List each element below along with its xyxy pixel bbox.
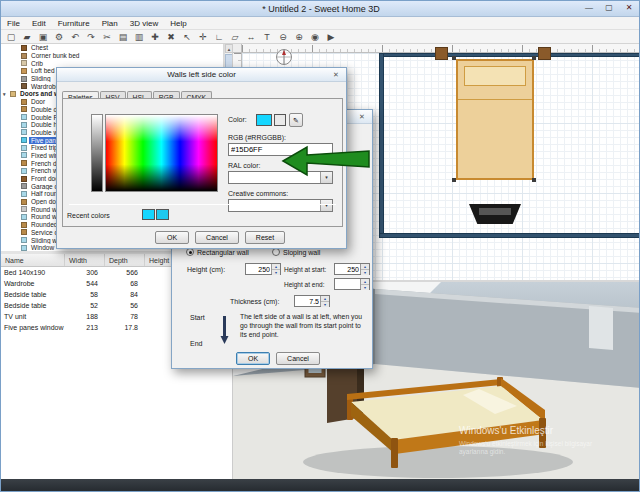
ok-button[interactable]: OK: [155, 231, 189, 244]
creative-commons-dropdown[interactable]: ▾: [228, 199, 333, 212]
height-at-start-label: Height at start:: [284, 266, 326, 273]
menu-item[interactable]: Furniture: [52, 17, 96, 30]
select-tool-button[interactable]: ↖: [179, 30, 195, 43]
catalog-item-label: Corner bunk bed: [29, 52, 81, 59]
cell-width: 188: [65, 311, 105, 322]
thickness-spinner[interactable]: ▴▾: [294, 295, 330, 307]
height-at-end-input[interactable]: [335, 279, 360, 289]
recent-color-swatch[interactable]: [142, 209, 155, 220]
rectangular-wall-radio[interactable]: Rectangular wall: [186, 248, 249, 256]
secondary-color-swatch[interactable]: [274, 114, 286, 126]
tv-unit-plan-item[interactable]: [469, 204, 521, 224]
catalog-item[interactable]: ▾ Corner bunk bed: [1, 52, 223, 60]
toolbar-icon: ⊖: [279, 32, 287, 42]
add-text-button[interactable]: T: [259, 30, 275, 43]
catalog-item-icon: [21, 183, 27, 189]
compass-icon[interactable]: [275, 48, 293, 66]
cut-button[interactable]: ✂: [99, 30, 115, 43]
menu-item[interactable]: Help: [164, 17, 192, 30]
menu-item[interactable]: File: [1, 17, 26, 30]
add-furniture-button[interactable]: ✚: [147, 30, 163, 43]
catalog-item-icon: [21, 145, 27, 151]
catalog-item-icon: [21, 68, 27, 74]
toolbar-icon: ↶: [71, 32, 79, 42]
pan-tool-button[interactable]: ✛: [195, 30, 211, 43]
catalog-item-icon: [21, 168, 27, 174]
column-header[interactable]: Depth: [105, 254, 145, 266]
catalog-item[interactable]: ▾ Chest: [1, 44, 223, 52]
close-button[interactable]: ✕: [619, 1, 639, 16]
ok-button[interactable]: OK: [236, 352, 270, 365]
selection-handle[interactable]: [452, 178, 456, 182]
wall-left[interactable]: [379, 53, 384, 238]
wall-bottom[interactable]: [379, 233, 640, 238]
redo-button[interactable]: ↷: [83, 30, 99, 43]
column-header[interactable]: Name: [1, 254, 65, 266]
height-at-end-spinner[interactable]: ▴▾: [334, 278, 370, 290]
toolbar-icon: T: [264, 32, 270, 42]
undo-button[interactable]: ↶: [67, 30, 83, 43]
open-button[interactable]: ▰: [19, 30, 35, 43]
photo-button[interactable]: ◉: [307, 30, 323, 43]
floor-shadow: [303, 446, 573, 478]
spin-down-icon[interactable]: ▾: [272, 270, 280, 275]
window-plan-item[interactable]: [538, 47, 551, 60]
catalog-item-label: Chest: [29, 44, 50, 51]
close-icon[interactable]: ✕: [328, 69, 344, 80]
catalog-item-icon: [21, 199, 27, 205]
wall-top[interactable]: [379, 53, 640, 57]
spin-down-icon[interactable]: ▾: [321, 302, 329, 307]
cancel-button[interactable]: Cancel: [195, 231, 239, 244]
delete-button[interactable]: ✖: [163, 30, 179, 43]
spin-down-icon[interactable]: ▾: [361, 285, 369, 290]
zoom-in-button[interactable]: ⊕: [291, 30, 307, 43]
catalog-item[interactable]: ▾ Crib: [1, 59, 223, 67]
close-icon[interactable]: ✕: [354, 111, 370, 122]
color-dialog-titlebar[interactable]: Walls left side color ✕: [57, 68, 346, 82]
sloping-wall-radio[interactable]: Sloping wall: [272, 248, 320, 256]
recent-color-swatch[interactable]: [156, 209, 169, 220]
paste-button[interactable]: ▥: [131, 30, 147, 43]
new-home-button[interactable]: ▢: [3, 30, 19, 43]
save-button[interactable]: ▣: [35, 30, 51, 43]
toolbar-icon: ✚: [151, 32, 159, 42]
column-header[interactable]: Width: [65, 254, 105, 266]
bed-plan-item[interactable]: [456, 59, 534, 180]
thickness-input[interactable]: [295, 296, 320, 306]
zoom-out-button[interactable]: ⊖: [275, 30, 291, 43]
eyedropper-button[interactable]: ✎: [289, 113, 303, 127]
selection-handle[interactable]: [532, 56, 536, 60]
creative-commons-label: Creative commons:: [228, 190, 288, 197]
reset-button[interactable]: Reset: [245, 231, 285, 244]
menu-item[interactable]: Plan: [96, 17, 124, 30]
create-dimensions-button[interactable]: ↔: [243, 30, 259, 43]
window-plan-item[interactable]: [435, 47, 448, 60]
rainbow-picker[interactable]: [105, 114, 218, 192]
dropdown-arrow-icon[interactable]: ▾: [320, 200, 332, 211]
cancel-button[interactable]: Cancel: [276, 352, 320, 365]
create-rooms-button[interactable]: ▱: [227, 30, 243, 43]
current-color-swatch[interactable]: [256, 114, 272, 126]
door-3d[interactable]: [589, 306, 613, 350]
toolbar-icon: ∟: [215, 32, 224, 42]
menu-item[interactable]: Edit: [26, 17, 52, 30]
selection-handle[interactable]: [532, 178, 536, 182]
height-at-start-spinner[interactable]: ▴▾: [334, 263, 370, 275]
cell-depth: 17.8: [105, 322, 145, 333]
minimize-button[interactable]: —: [579, 1, 599, 16]
video-button[interactable]: ▶: [323, 30, 339, 43]
expand-handle-icon: ▾: [3, 91, 9, 97]
selection-handle[interactable]: [452, 56, 456, 60]
create-walls-button[interactable]: ∟: [211, 30, 227, 43]
preferences-button[interactable]: ⚙: [51, 30, 67, 43]
height-spinner[interactable]: ▴▾: [245, 263, 281, 275]
height-at-start-input[interactable]: [335, 264, 360, 274]
catalog-item-icon: [21, 129, 27, 135]
spin-down-icon[interactable]: ▾: [361, 270, 369, 275]
gray-ramp-picker[interactable]: [91, 114, 103, 192]
catalog-item-icon: [21, 122, 27, 128]
height-input[interactable]: [246, 264, 271, 274]
copy-button[interactable]: ▤: [115, 30, 131, 43]
menu-item[interactable]: 3D view: [124, 17, 164, 30]
maximize-button[interactable]: ▢: [599, 1, 619, 16]
